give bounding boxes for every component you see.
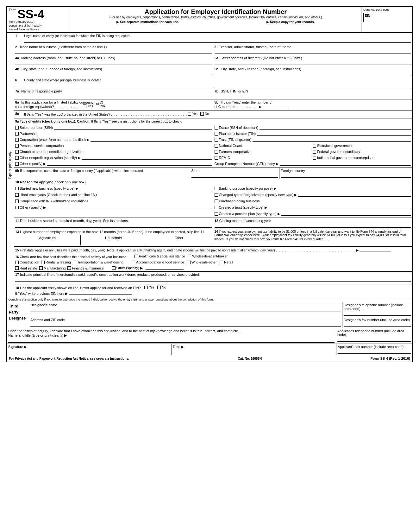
row8a-yes-checkbox[interactable] (83, 104, 86, 108)
banking-checkbox[interactable] (215, 187, 218, 190)
corporation-input[interactable] (91, 138, 211, 142)
farmers-checkbox[interactable] (215, 150, 218, 154)
row12-input[interactable] (215, 223, 411, 228)
household-input[interactable] (82, 240, 145, 244)
row6-input[interactable] (24, 83, 411, 87)
remic-checkbox[interactable] (215, 156, 218, 160)
row7a-input[interactable] (15, 94, 212, 98)
estate-input[interactable] (260, 126, 411, 130)
row8c-no-option[interactable]: No (200, 112, 209, 116)
rental-option[interactable]: Rental & leasing (41, 260, 71, 264)
date-input[interactable] (173, 350, 335, 354)
rental-checkbox[interactable] (41, 261, 45, 264)
corporation-checkbox[interactable] (15, 138, 19, 142)
row2-input[interactable] (15, 49, 212, 54)
other-specify-checkbox[interactable] (112, 266, 116, 270)
row5b-input[interactable] (215, 72, 411, 76)
tp-name-input[interactable] (30, 307, 341, 312)
agri-input[interactable] (16, 240, 79, 244)
finance-option[interactable]: Finance & insurance (67, 266, 103, 270)
other-specify-option[interactable]: Other (specify) ▶ (112, 266, 143, 270)
gen-input[interactable] (280, 162, 411, 166)
row3-input[interactable] (215, 49, 411, 54)
row7b-input[interactable] (215, 94, 411, 98)
purchased-checkbox[interactable] (215, 200, 218, 203)
row8a-no-option[interactable]: No (96, 104, 105, 108)
finance-checkbox[interactable] (67, 266, 71, 270)
other-entity-input[interactable] (47, 162, 211, 166)
other-agri-input[interactable] (147, 240, 210, 244)
ein-box[interactable]: EIN (363, 13, 410, 22)
row15-input[interactable] (360, 248, 391, 251)
row11-input[interactable] (15, 223, 212, 228)
state-local-checkbox[interactable] (313, 144, 316, 148)
row8a-yes-option[interactable]: Yes (83, 104, 93, 108)
nonprofit-input[interactable] (82, 156, 211, 160)
pension-input[interactable] (281, 212, 411, 216)
wholesale-other-option[interactable]: Wholesale-other (187, 260, 217, 264)
row8a-no-checkbox[interactable] (96, 104, 99, 108)
changed-input[interactable] (298, 193, 411, 197)
row5a-input[interactable] (215, 60, 411, 65)
manufacturing-option[interactable]: Manufacturing (39, 266, 66, 270)
row9b-foreign-input[interactable] (281, 173, 411, 178)
changed-checkbox[interactable] (215, 193, 218, 197)
partnership-checkbox[interactable] (15, 132, 19, 136)
row18-no-checkbox[interactable] (157, 286, 161, 289)
row4b-input[interactable] (15, 72, 212, 76)
federal-govt-checkbox[interactable] (313, 150, 316, 154)
wholesale-other-checkbox[interactable] (187, 261, 191, 264)
row1-input[interactable] (24, 38, 411, 43)
started-checkbox[interactable] (15, 187, 19, 190)
pension-checkbox[interactable] (215, 212, 218, 216)
other-specify-input[interactable] (146, 266, 184, 270)
trust-checkbox[interactable] (215, 138, 218, 142)
compliance-checkbox[interactable] (15, 200, 19, 203)
row8c-no-checkbox[interactable] (200, 112, 204, 116)
trust-input[interactable] (253, 138, 411, 142)
sig-input[interactable] (8, 350, 170, 354)
health-care-option[interactable]: Health care & social assistance (134, 254, 185, 258)
row4a-input[interactable] (15, 60, 212, 65)
church-checkbox[interactable] (15, 150, 19, 154)
r10-other-checkbox[interactable] (15, 206, 19, 209)
name-title-input[interactable] (8, 338, 335, 343)
tp-fax-input[interactable] (344, 322, 411, 327)
health-care-checkbox[interactable] (134, 255, 138, 258)
sole-prop-input[interactable] (54, 126, 211, 130)
tp-address-input[interactable] (30, 322, 341, 327)
row17-input[interactable] (15, 277, 411, 282)
construction-checkbox[interactable] (15, 261, 19, 264)
row8c-yes-checkbox[interactable] (188, 112, 191, 116)
transportation-option[interactable]: Transportation & warehousing (73, 260, 123, 264)
row18-yes-checkbox[interactable] (144, 286, 148, 289)
retail-checkbox[interactable] (220, 261, 223, 264)
retail-option[interactable]: Retail (220, 260, 233, 264)
personal-svc-checkbox[interactable] (15, 144, 19, 148)
real-estate-checkbox[interactable] (15, 266, 19, 270)
trust-created-input[interactable] (268, 206, 411, 209)
plan-admin-checkbox[interactable] (215, 132, 218, 136)
row8b-input[interactable] (263, 104, 288, 108)
hired-checkbox[interactable] (15, 193, 19, 197)
row9b-state-input[interactable] (191, 173, 278, 178)
plan-admin-input[interactable] (257, 132, 411, 136)
row8c-yes-option[interactable]: Yes (188, 112, 197, 116)
manufacturing-checkbox[interactable] (39, 266, 43, 270)
tp-phone-input[interactable] (344, 311, 411, 316)
row18-yes-option[interactable]: Yes (144, 285, 154, 289)
applicant-fax-input[interactable] (338, 349, 411, 354)
started-input[interactable] (79, 187, 212, 190)
estate-checkbox[interactable] (215, 126, 218, 130)
row18-no-option[interactable]: No (157, 285, 166, 289)
indian-tribal-checkbox[interactable] (313, 156, 316, 160)
sole-prop-checkbox[interactable] (15, 126, 19, 130)
banking-input[interactable] (278, 187, 411, 190)
wholesale-agent-option[interactable]: Wholesale-agent/broker (188, 254, 227, 258)
nonprofit-checkbox[interactable] (15, 156, 19, 160)
transportation-checkbox[interactable] (73, 261, 76, 264)
trust-created-checkbox[interactable] (215, 206, 218, 209)
wholesale-agent-checkbox[interactable] (188, 255, 191, 258)
accommodation-option[interactable]: Accommodation & food service (132, 260, 184, 264)
national-guard-checkbox[interactable] (215, 144, 218, 148)
